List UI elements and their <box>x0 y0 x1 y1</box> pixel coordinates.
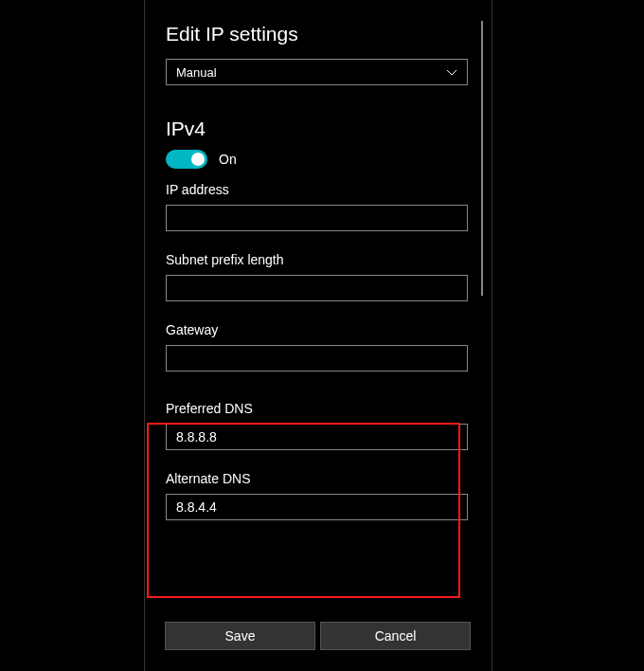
ipv4-heading: IPv4 <box>166 118 468 140</box>
scrollbar[interactable] <box>481 21 483 296</box>
cancel-button[interactable]: Cancel <box>320 622 471 650</box>
ip-address-label: IP address <box>166 182 468 197</box>
gateway-label: Gateway <box>166 322 468 337</box>
ip-address-group: IP address <box>166 182 468 231</box>
ip-settings-dropdown[interactable]: Manual <box>166 59 468 85</box>
preferred-dns-group: Preferred DNS <box>166 401 468 450</box>
settings-panel: Edit IP settings Manual IPv4 On IP addre… <box>144 0 492 671</box>
gateway-input[interactable] <box>166 345 468 372</box>
preferred-dns-label: Preferred DNS <box>166 401 468 416</box>
subnet-label: Subnet prefix length <box>166 252 468 267</box>
preferred-dns-input[interactable] <box>166 424 468 450</box>
ipv4-toggle[interactable] <box>166 150 207 169</box>
dropdown-selected-value: Manual <box>176 65 217 80</box>
page-title: Edit IP settings <box>166 23 468 45</box>
dns-section: Preferred DNS Alternate DNS <box>166 392 468 520</box>
ipv4-toggle-row: On <box>166 150 468 169</box>
button-row: Save Cancel <box>165 622 471 650</box>
ipv4-toggle-label: On <box>219 152 237 167</box>
gateway-group: Gateway <box>166 322 468 372</box>
alternate-dns-group: Alternate DNS <box>166 471 468 520</box>
ip-address-input[interactable] <box>166 205 468 231</box>
alternate-dns-label: Alternate DNS <box>166 471 468 486</box>
subnet-input[interactable] <box>166 275 468 301</box>
chevron-down-icon <box>446 69 457 76</box>
toggle-knob <box>191 153 205 166</box>
subnet-group: Subnet prefix length <box>166 252 468 301</box>
save-button[interactable]: Save <box>165 622 315 650</box>
alternate-dns-input[interactable] <box>166 494 468 520</box>
